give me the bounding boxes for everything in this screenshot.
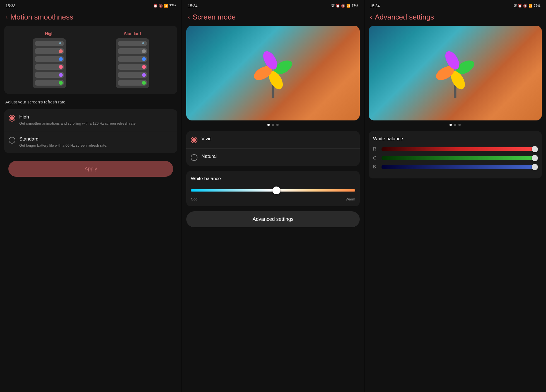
option-std-text: Standard Get longer battery life with a … bbox=[19, 136, 173, 148]
b-label: B bbox=[373, 164, 378, 170]
preview-high-label: High bbox=[45, 31, 54, 36]
preview-card-standard: Standard 🔍 bbox=[93, 31, 172, 88]
alarm-icon-3: ⏰ bbox=[518, 4, 522, 8]
wifi-icon-3: 📶 bbox=[528, 4, 533, 8]
b-thumb[interactable] bbox=[532, 164, 538, 170]
panel-motion-smoothness: 15:33 ⏰ 🔇 📶 77% ‹ Motion smoothness High… bbox=[0, 0, 182, 392]
mock-row-1 bbox=[35, 48, 64, 54]
mode-vivid[interactable]: Vivid bbox=[186, 131, 359, 149]
status-time-3: 15:34 bbox=[370, 4, 380, 8]
subtitle-1: Adjust your screen's refresh rate. bbox=[4, 100, 177, 104]
vivid-text: Vivid bbox=[201, 136, 355, 143]
g-slider[interactable] bbox=[381, 156, 537, 160]
carousel-dots-2 bbox=[186, 124, 359, 126]
battery-2: 77% bbox=[352, 4, 358, 8]
mock-toggle-5 bbox=[59, 81, 63, 85]
status-icons-1: ⏰ 🔇 📶 77% bbox=[153, 4, 176, 8]
radio-vivid-inner bbox=[192, 138, 196, 142]
r-track bbox=[381, 147, 537, 151]
mode-natural[interactable]: Natural bbox=[186, 149, 359, 166]
search-icon-std: 🔍 bbox=[142, 42, 145, 45]
mode-options: Vivid Natural bbox=[186, 131, 359, 166]
radio-vivid[interactable] bbox=[191, 137, 197, 143]
panel3-content: White balance R G B bbox=[364, 26, 546, 392]
back-button-3[interactable]: ‹ bbox=[370, 14, 372, 20]
mock-search-high: 🔍 bbox=[35, 41, 64, 46]
panel-screen-mode: 15:34 🖼 ⏰ 🔇 📶 77% ‹ Screen mode bbox=[182, 0, 364, 392]
wb-warm-label: Warm bbox=[346, 197, 355, 201]
apply-button[interactable]: Apply bbox=[8, 161, 173, 177]
natural-label: Natural bbox=[201, 154, 355, 159]
option-std-desc: Get longer battery life with a 60 Hz scr… bbox=[19, 143, 173, 148]
page-header-2: ‹ Screen mode bbox=[182, 10, 364, 26]
mock-toggle-1 bbox=[59, 49, 63, 53]
back-button-1[interactable]: ‹ bbox=[6, 14, 8, 20]
preview-card-high: High 🔍 bbox=[10, 31, 89, 88]
mock-toggle-3 bbox=[59, 65, 63, 69]
page-title-1: Motion smoothness bbox=[10, 13, 73, 21]
panel2-content: Vivid Natural White balance Cool Warm A bbox=[182, 26, 364, 392]
alarm-icon-2: ⏰ bbox=[336, 4, 340, 8]
option-high-desc: Get smoother animations and scrolling wi… bbox=[19, 121, 173, 126]
radio-natural[interactable] bbox=[191, 154, 197, 161]
mock-toggle-4 bbox=[59, 73, 63, 77]
r-thumb[interactable] bbox=[532, 146, 538, 152]
back-button-2[interactable]: ‹ bbox=[188, 14, 190, 20]
page-header-1: ‹ Motion smoothness bbox=[0, 10, 182, 26]
mock-row-2 bbox=[35, 56, 64, 62]
mock-row-5 bbox=[35, 80, 64, 86]
dot-1-active bbox=[267, 124, 270, 126]
rgb-row-g: G bbox=[373, 156, 537, 161]
page-title-3: Advanced settings bbox=[375, 13, 434, 21]
natural-text: Natural bbox=[201, 154, 355, 160]
gallery-icon-2: 🖼 bbox=[331, 4, 335, 8]
status-time-1: 15:33 bbox=[6, 4, 15, 8]
adv-dot-1 bbox=[450, 124, 452, 126]
preview-cards: High 🔍 Standard 🔍 bbox=[4, 26, 177, 94]
option-standard[interactable]: Standard Get longer battery life with a … bbox=[4, 131, 177, 153]
panel1-content: High 🔍 Standard 🔍 bbox=[0, 26, 182, 392]
white-balance-section: White balance Cool Warm bbox=[186, 171, 359, 206]
adv-dot-2 bbox=[454, 124, 456, 126]
status-time-2: 15:34 bbox=[188, 4, 197, 8]
g-label: G bbox=[373, 156, 378, 161]
wb-slider-thumb[interactable] bbox=[272, 187, 280, 194]
mock-std-toggle-3 bbox=[142, 65, 146, 69]
advanced-settings-button[interactable]: Advanced settings bbox=[186, 211, 359, 227]
rgb-row-b: B bbox=[373, 164, 537, 170]
b-track bbox=[381, 165, 537, 169]
status-bar-2: 15:34 🖼 ⏰ 🔇 📶 77% bbox=[182, 0, 364, 10]
status-icons-3: 🖼 ⏰ 🔇 📶 77% bbox=[513, 4, 540, 8]
mock-search-std: 🔍 bbox=[118, 41, 147, 46]
mute-icon: 🔇 bbox=[159, 4, 163, 8]
r-slider[interactable] bbox=[381, 147, 537, 151]
option-high-title: High bbox=[19, 114, 173, 120]
dot-3 bbox=[276, 124, 279, 126]
mock-std-row-2 bbox=[118, 56, 147, 62]
wb-slider[interactable] bbox=[191, 186, 355, 195]
mock-std-toggle-5 bbox=[142, 81, 146, 85]
wb-title-2: White balance bbox=[191, 176, 355, 182]
radio-high[interactable] bbox=[9, 115, 15, 122]
mock-std-row-3 bbox=[118, 64, 147, 70]
screen-mode-preview bbox=[186, 26, 359, 120]
mock-high: 🔍 bbox=[33, 38, 66, 88]
page-header-3: ‹ Advanced settings bbox=[364, 10, 546, 26]
options-card: High Get smoother animations and scrolli… bbox=[4, 109, 177, 153]
mock-std-row-5 bbox=[118, 80, 147, 86]
mock-std-toggle-2 bbox=[142, 57, 146, 61]
page-title-2: Screen mode bbox=[193, 13, 236, 21]
rgb-row-r: R bbox=[373, 147, 537, 152]
pinwheel-image-3 bbox=[430, 42, 480, 98]
option-high[interactable]: High Get smoother animations and scrolli… bbox=[4, 109, 177, 131]
status-icons-2: 🖼 ⏰ 🔇 📶 77% bbox=[331, 4, 358, 8]
mock-toggle-2 bbox=[59, 57, 63, 61]
radio-standard[interactable] bbox=[9, 137, 15, 144]
b-slider[interactable] bbox=[381, 165, 537, 169]
mock-row-3 bbox=[35, 64, 64, 70]
g-thumb[interactable] bbox=[532, 155, 538, 161]
mock-std-row-4 bbox=[118, 72, 147, 78]
mock-std-row-1 bbox=[118, 48, 147, 54]
mock-standard: 🔍 bbox=[116, 38, 149, 88]
status-bar-1: 15:33 ⏰ 🔇 📶 77% bbox=[0, 0, 182, 10]
